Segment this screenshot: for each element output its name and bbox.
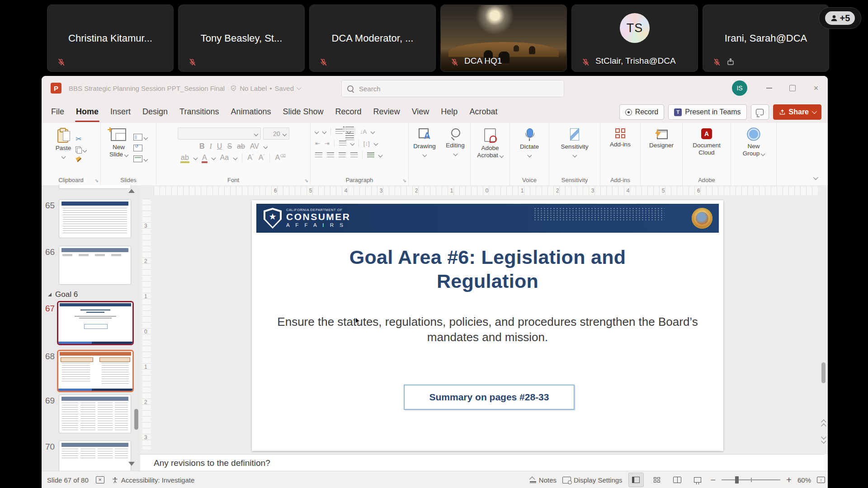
strikethrough-button[interactable]: S bbox=[227, 142, 232, 150]
tab-record[interactable]: Record bbox=[330, 100, 368, 123]
align-text-button[interactable]: [↕] bbox=[363, 140, 370, 147]
more-participants-badge[interactable]: +5 bbox=[819, 7, 861, 29]
copy-button[interactable] bbox=[75, 146, 86, 153]
font-color-button[interactable]: A bbox=[202, 154, 207, 162]
vertical-scrollbar[interactable] bbox=[821, 200, 826, 451]
minimize-button[interactable] bbox=[757, 76, 781, 100]
line-spacing-button[interactable] bbox=[335, 129, 343, 134]
sensitivity-button[interactable]: Sensitivity bbox=[561, 123, 589, 185]
reading-view-button[interactable] bbox=[670, 473, 684, 487]
underline-button[interactable]: U bbox=[217, 142, 222, 150]
slide-thumbnail-highlighted[interactable] bbox=[57, 350, 134, 392]
new-group-button[interactable]: NewGroup bbox=[743, 123, 764, 185]
shrink-font-button[interactable]: Aˇ bbox=[259, 154, 265, 162]
participant-tile[interactable]: DCA Moderator, ... bbox=[309, 5, 436, 72]
new-slide-button[interactable]: + NewSlide bbox=[109, 128, 128, 162]
participant-tile-video[interactable]: DCA HQ1 bbox=[440, 5, 567, 72]
grow-font-button[interactable]: Aˆ bbox=[247, 154, 254, 162]
summary-box[interactable]: Summary on pages #28-33 bbox=[404, 385, 575, 410]
display-settings-button[interactable]: Display Settings bbox=[562, 476, 623, 484]
thumbnail-scrollbar[interactable] bbox=[134, 409, 138, 430]
normal-view-button[interactable] bbox=[628, 473, 644, 487]
participant-tile[interactable]: Irani, Sarah@DCA bbox=[703, 5, 829, 72]
slide-title[interactable]: Goal Area #6: Legislation and Regulation bbox=[330, 245, 646, 293]
editing-button[interactable]: Editing bbox=[446, 123, 464, 185]
tab-view[interactable]: View bbox=[406, 100, 435, 123]
tab-acrobat[interactable]: Acrobat bbox=[463, 100, 503, 123]
font-size-select[interactable]: 20 bbox=[263, 127, 289, 140]
dialog-launcher-icon[interactable]: ⇘ bbox=[305, 178, 308, 183]
align-right-button[interactable] bbox=[339, 152, 346, 158]
adobe-acrobat-button[interactable]: AdobeAcrobat bbox=[477, 123, 503, 185]
slide-thumbnail[interactable] bbox=[59, 246, 131, 285]
document-cloud-button[interactable]: A DocumentCloud bbox=[693, 123, 721, 185]
participant-tile[interactable]: Christina Kitamur... bbox=[47, 5, 174, 72]
decrease-indent-button[interactable]: ⇤ bbox=[315, 140, 320, 147]
record-button[interactable]: Record bbox=[619, 104, 665, 120]
character-spacing-button[interactable]: AV bbox=[250, 142, 259, 150]
change-case-button[interactable]: Aa bbox=[220, 154, 229, 162]
font-name-select[interactable] bbox=[178, 127, 261, 140]
drawing-button[interactable]: A Drawing bbox=[413, 123, 436, 185]
numbering-button[interactable] bbox=[345, 127, 354, 140]
reset-slide-button[interactable] bbox=[133, 145, 147, 151]
participant-tile[interactable]: Tony Beasley, St... bbox=[178, 5, 305, 72]
participant-tile[interactable]: TS StClair, Trisha@DCA bbox=[571, 5, 698, 72]
designer-button[interactable]: Designer bbox=[649, 123, 674, 185]
tab-design[interactable]: Design bbox=[137, 100, 174, 123]
zoom-slider[interactable] bbox=[722, 479, 780, 480]
dictate-button[interactable]: Dictate bbox=[520, 123, 539, 185]
align-left-button[interactable] bbox=[315, 152, 322, 158]
vertical-ruler[interactable] bbox=[142, 199, 151, 450]
dialog-launcher-icon[interactable]: ⇘ bbox=[403, 178, 406, 183]
fit-slide-button[interactable]: ↕ bbox=[817, 477, 825, 483]
close-button[interactable]: × bbox=[804, 76, 828, 100]
restore-button[interactable] bbox=[781, 76, 804, 100]
account-avatar[interactable]: IS bbox=[732, 80, 747, 96]
search-box[interactable] bbox=[341, 80, 564, 97]
comments-button[interactable] bbox=[751, 104, 769, 120]
cut-button[interactable]: ✂ bbox=[75, 135, 86, 143]
tab-slide-show[interactable]: Slide Show bbox=[277, 100, 330, 123]
notes-pane[interactable]: Any revisions to the definition? bbox=[140, 454, 824, 471]
next-slide-button[interactable] bbox=[821, 433, 826, 445]
tab-review[interactable]: Review bbox=[368, 100, 406, 123]
slide-thumbnail[interactable] bbox=[59, 441, 131, 471]
increase-indent-button[interactable]: ⇥ bbox=[325, 140, 330, 147]
zoom-slider-thumb[interactable] bbox=[735, 476, 739, 483]
section-button[interactable] bbox=[133, 155, 147, 162]
slide-layout-button[interactable] bbox=[133, 134, 147, 141]
tab-help[interactable]: Help bbox=[435, 100, 463, 123]
sensitivity-label-group[interactable]: No Label • Saved bbox=[230, 84, 300, 92]
slide-thumbnail[interactable] bbox=[59, 394, 131, 433]
scrollbar-thumb[interactable] bbox=[821, 362, 826, 383]
tab-home[interactable]: Home bbox=[70, 100, 104, 123]
search-input[interactable] bbox=[358, 84, 558, 93]
scroll-up-button[interactable] bbox=[128, 189, 135, 193]
bold-button[interactable]: B bbox=[199, 142, 205, 150]
paste-button[interactable]: Paste bbox=[56, 128, 71, 162]
previous-slide-button[interactable] bbox=[821, 418, 826, 430]
share-button[interactable]: Share bbox=[773, 104, 821, 120]
slide-thumbnail-selected[interactable] bbox=[57, 301, 134, 345]
text-highlight-button[interactable]: ab bbox=[181, 154, 189, 162]
present-in-teams-button[interactable]: T Present in Teams bbox=[668, 104, 746, 120]
clear-formatting-button[interactable]: A⌫ bbox=[275, 154, 285, 162]
slide-thumbnail-partial[interactable] bbox=[59, 185, 131, 189]
display-check-icon[interactable]: ✕ bbox=[96, 476, 104, 483]
tab-animations[interactable]: Animations bbox=[225, 100, 277, 123]
tab-transitions[interactable]: Transitions bbox=[174, 100, 225, 123]
columns-button[interactable] bbox=[339, 141, 346, 146]
slide-body-text[interactable]: Ensure the statutes, regulations, polici… bbox=[271, 314, 705, 345]
notes-toggle[interactable]: Notes bbox=[530, 476, 557, 484]
convert-smartart-button[interactable] bbox=[367, 152, 374, 158]
scroll-down-button[interactable] bbox=[128, 462, 135, 466]
slide-canvas[interactable]: ★ CALIFORNIA DEPARTMENT OF CONSUMER A F … bbox=[252, 200, 723, 451]
italic-button[interactable]: I bbox=[210, 142, 212, 150]
tab-insert[interactable]: Insert bbox=[104, 100, 137, 123]
double-strikethrough-button[interactable]: ab bbox=[237, 142, 245, 150]
accessibility-status[interactable]: Accessibility: Investigate bbox=[112, 476, 195, 484]
text-direction-button[interactable]: ↓A bbox=[360, 128, 367, 135]
dialog-launcher-icon[interactable]: ⇘ bbox=[95, 178, 99, 183]
slideshow-button[interactable] bbox=[690, 473, 705, 487]
